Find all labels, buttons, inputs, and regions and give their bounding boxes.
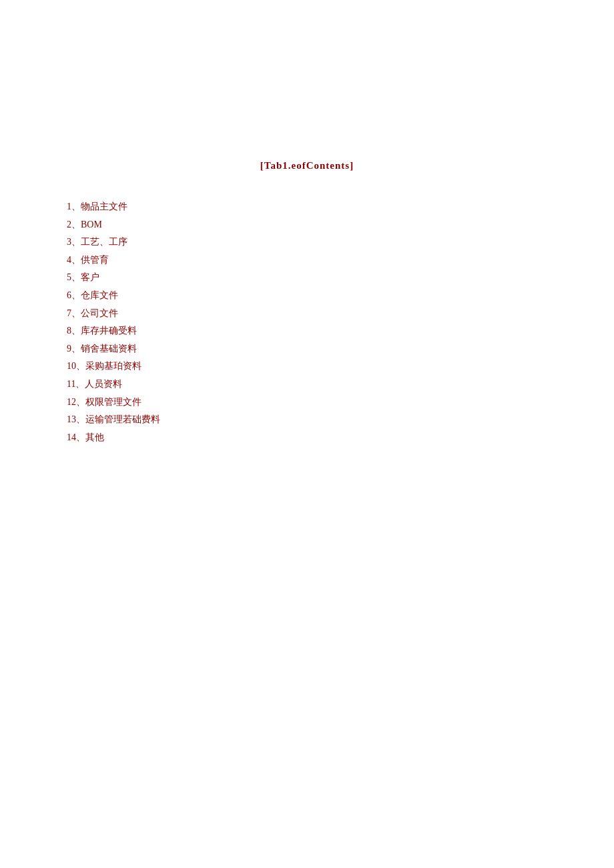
toc-list-item[interactable]: 10、采购基珀资料 <box>67 358 574 376</box>
toc-list-item[interactable]: 8、库存井确受料 <box>67 322 574 340</box>
toc-list-item[interactable]: 7、公司文件 <box>67 305 574 323</box>
toc-list-item[interactable]: 12、权限管理文件 <box>67 394 574 412</box>
toc-title: [Tab1.eofContents] <box>40 160 574 171</box>
toc-list-item[interactable]: 13、运输管理若础费料 <box>67 411 574 429</box>
toc-list-item[interactable]: 3、工艺、工序 <box>67 234 574 252</box>
toc-list: 1、物品主文件2、BOM3、工艺、工序4、供管育5、客户6、仓库文件7、公司文件… <box>40 198 574 446</box>
toc-list-item[interactable]: 6、仓库文件 <box>67 287 574 305</box>
toc-list-item[interactable]: 11、人员资料 <box>67 376 574 394</box>
toc-list-item[interactable]: 9、销舍基础资料 <box>67 340 574 358</box>
toc-list-item[interactable]: 4、供管育 <box>67 252 574 270</box>
toc-list-item[interactable]: 14、其他 <box>67 429 574 447</box>
page-container: [Tab1.eofContents] 1、物品主文件2、BOM3、工艺、工序4、… <box>0 0 614 868</box>
toc-list-item[interactable]: 2、BOM <box>67 216 574 234</box>
toc-list-item[interactable]: 1、物品主文件 <box>67 198 574 216</box>
toc-list-item[interactable]: 5、客户 <box>67 269 574 287</box>
